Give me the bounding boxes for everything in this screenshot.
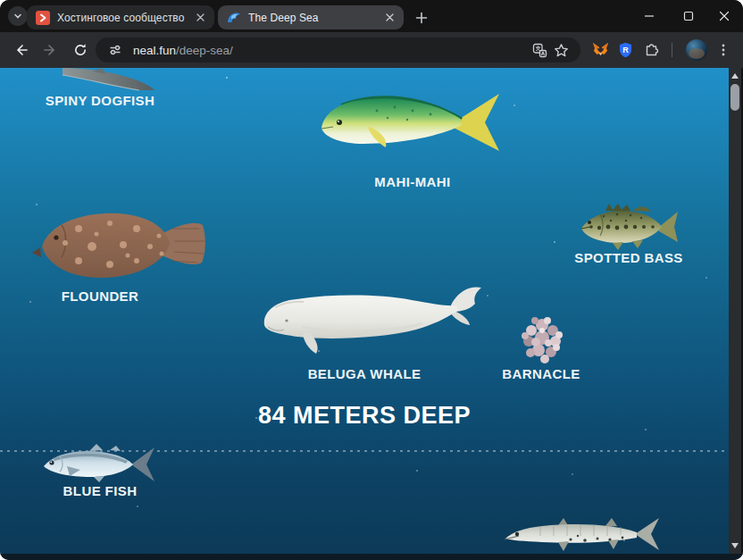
deep-sea-page: SPINY DOGFISH MAHI-MAHI FLOUNDER xyxy=(0,68,729,554)
scroll-up-button[interactable] xyxy=(729,70,741,82)
shield-extension-button[interactable]: R xyxy=(614,39,636,61)
forward-button[interactable] xyxy=(36,36,64,64)
tab-hosting-community[interactable]: Хостинговое сообщество «Tim xyxy=(27,5,214,29)
profile-avatar[interactable] xyxy=(686,39,707,61)
toolbar-separator xyxy=(672,43,672,57)
chevron-down-icon xyxy=(13,11,23,21)
url-host: neal.fun xyxy=(133,44,176,57)
browser-menu-button[interactable] xyxy=(713,39,734,61)
back-button[interactable] xyxy=(7,36,36,64)
url-text: neal.fun/deep-sea/ xyxy=(133,44,529,57)
url-path: /deep-sea/ xyxy=(176,44,233,57)
close-icon xyxy=(196,13,205,21)
svg-text:R: R xyxy=(622,46,629,54)
mahi-mahi-image xyxy=(314,80,506,170)
close-icon xyxy=(386,13,394,21)
red-arrow-icon xyxy=(36,11,50,25)
tab-the-deep-sea[interactable]: The Deep Sea xyxy=(218,5,404,29)
tab-search-button[interactable] xyxy=(8,6,28,26)
back-icon xyxy=(13,42,29,58)
shield-r-icon: R xyxy=(618,42,633,58)
close-icon xyxy=(719,11,730,21)
maximize-button[interactable] xyxy=(670,0,707,31)
scroll-up-icon xyxy=(731,73,739,79)
puzzle-icon xyxy=(644,42,660,58)
forward-icon xyxy=(42,42,58,58)
window-bottom-edge xyxy=(0,554,743,560)
spiny-dogfish-image xyxy=(63,68,156,91)
beluga-whale-image xyxy=(248,282,485,361)
creature-label: SPOTTED BASS xyxy=(557,250,700,265)
creature-label: FLOUNDER xyxy=(29,288,171,304)
star-icon xyxy=(554,43,569,58)
tab-close-button[interactable] xyxy=(382,11,397,25)
depth-marker: 84 METERS DEEP xyxy=(0,402,729,430)
reload-button[interactable] xyxy=(66,36,95,64)
page-scrollbar[interactable] xyxy=(729,68,741,554)
scroll-down-icon xyxy=(731,543,739,548)
scrollbar-thumb[interactable] xyxy=(730,84,739,111)
translate-icon xyxy=(532,43,547,58)
browser-toolbar: neal.fun/deep-sea/ R xyxy=(0,32,743,68)
plus-icon xyxy=(415,12,428,24)
kebab-menu-icon xyxy=(716,43,730,57)
scroll-down-button[interactable] xyxy=(729,539,741,552)
barracuda-image xyxy=(505,514,665,554)
creature-label: SPINY DOGFISH xyxy=(29,93,171,108)
barnacle-image xyxy=(515,313,569,366)
spotted-bass-image xyxy=(577,202,686,252)
tune-icon xyxy=(108,43,122,57)
creature-label: BELUGA WHALE xyxy=(293,366,436,381)
tab-title: The Deep Sea xyxy=(248,12,377,24)
blue-fish-image xyxy=(40,443,161,486)
creature-label: MAHI-MAHI xyxy=(341,174,484,189)
flounder-image xyxy=(29,202,208,289)
wave-icon xyxy=(227,11,241,25)
maximize-icon xyxy=(683,11,694,21)
tab-strip: Хостинговое сообщество «Tim The Deep Sea xyxy=(0,0,743,32)
tab-close-button[interactable] xyxy=(193,11,207,25)
new-tab-button[interactable] xyxy=(411,7,432,29)
site-info-icon[interactable] xyxy=(104,39,126,61)
creature-label: BARNACLE xyxy=(488,366,595,381)
bookmark-star-button[interactable] xyxy=(550,39,572,61)
minimize-button[interactable] xyxy=(630,0,668,31)
metamask-extension-button[interactable] xyxy=(589,39,611,61)
translate-button[interactable] xyxy=(529,39,550,61)
close-window-button[interactable] xyxy=(705,0,743,31)
reload-icon xyxy=(72,42,88,58)
tab-title: Хостинговое сообщество «Tim xyxy=(57,12,188,24)
floating-particles xyxy=(226,77,228,79)
metamask-fox-icon xyxy=(592,42,609,58)
extensions-button[interactable] xyxy=(641,39,663,61)
minimize-icon xyxy=(644,11,655,21)
address-bar[interactable]: neal.fun/deep-sea/ xyxy=(96,38,580,63)
browser-window: Хостинговое сообщество «Tim The Deep Sea xyxy=(0,0,743,560)
creature-label: BLUE FISH xyxy=(29,483,171,498)
